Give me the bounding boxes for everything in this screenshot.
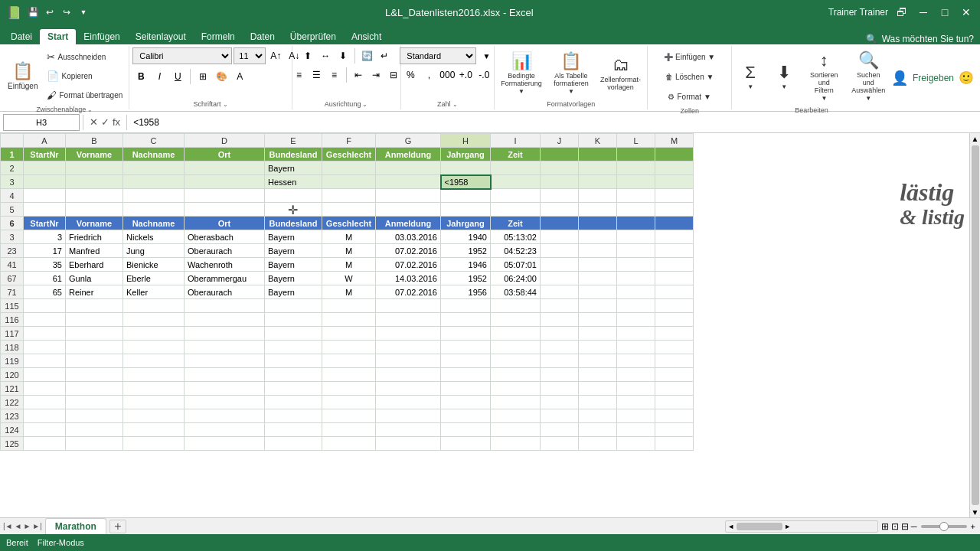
cell-c5[interactable] (123, 203, 185, 217)
col-header-i[interactable]: I (491, 134, 541, 148)
tab-datei[interactable]: Datei (3, 29, 40, 44)
scroll-down-button[interactable]: ▼ (972, 507, 979, 517)
row-header-117[interactable]: 117 (1, 327, 24, 341)
tab-start[interactable]: Start (40, 29, 76, 44)
horizontal-scrollbar[interactable]: ◄ ► (725, 520, 878, 533)
align-right-button[interactable]: ≡ (326, 67, 343, 83)
cell-i-dr41[interactable]: 05:07:01 (491, 258, 541, 272)
cell-d-dr23[interactable]: Oberaurach (185, 244, 265, 258)
cell-g-dr23[interactable]: 07.02.2016 (376, 244, 441, 258)
copy-button[interactable]: 📄 Kopieren (44, 67, 126, 85)
cell-i-dr67[interactable]: 06:24:00 (491, 272, 541, 285)
cell-a3[interactable] (24, 175, 66, 189)
cell-h-dr41[interactable]: 1946 (441, 258, 491, 272)
cell-h3[interactable]: <1958 (441, 175, 491, 189)
col-header-a[interactable]: A (24, 134, 66, 148)
col-header-d[interactable]: D (185, 134, 265, 148)
row-header-dr67[interactable]: 67 (1, 272, 24, 285)
scroll-thumb[interactable] (972, 145, 979, 505)
cell-m3[interactable] (655, 175, 694, 189)
cell-g-dr67[interactable]: 14.03.2016 (376, 272, 441, 285)
cell-f3[interactable] (322, 175, 376, 189)
cell-i-dr3[interactable]: 05:13:02 (491, 230, 541, 244)
hscroll-right-button[interactable]: ► (782, 521, 793, 532)
cell-g3[interactable] (376, 175, 441, 189)
cell-e-dr67[interactable]: Bayern (265, 272, 322, 285)
merge-button[interactable]: ⊟ (385, 67, 402, 83)
cell-m6[interactable] (655, 217, 694, 230)
cell-e-dr3[interactable]: Bayern (265, 230, 322, 244)
cell-g-dr41[interactable]: 07.02.2016 (376, 258, 441, 272)
cell-c1[interactable]: Nachname (123, 148, 185, 161)
cell-c-dr67[interactable]: Eberle (123, 272, 185, 285)
row-header-125[interactable]: 125 (1, 437, 24, 451)
freigeben-button[interactable]: Freigeben (913, 73, 954, 83)
align-bottom-button[interactable]: ⬇ (335, 47, 351, 64)
row-header-dr71[interactable]: 71 (1, 285, 24, 299)
zoom-increase-button[interactable]: + (971, 522, 975, 531)
search-button[interactable]: 🔍 Suchen undAuswählen ▼ (849, 47, 888, 105)
align-top-button[interactable]: ⬆ (299, 47, 316, 64)
cell-c-dr71[interactable]: Keller (123, 285, 185, 299)
cell-k2[interactable] (579, 161, 617, 175)
font-size-select[interactable]: 11 (234, 47, 266, 64)
underline-button[interactable]: U (169, 68, 186, 85)
cell-c-dr41[interactable]: Bienicke (123, 258, 185, 272)
cell-b5[interactable] (66, 203, 123, 217)
cell-i-dr23[interactable]: 04:52:23 (491, 244, 541, 258)
cell-a4[interactable] (24, 189, 66, 203)
row-header-1[interactable]: 1 (1, 148, 24, 161)
cell-j2[interactable] (541, 161, 579, 175)
row-header-4[interactable]: 4 (1, 189, 24, 203)
col-header-m[interactable]: M (655, 134, 694, 148)
cell-h2[interactable] (441, 161, 491, 175)
decrease-decimal-button[interactable]: -.0 (475, 67, 492, 83)
normal-view-button[interactable]: ⊞ (881, 521, 889, 532)
decrease-indent-button[interactable]: ⇤ (350, 67, 367, 83)
cell-a-dr3[interactable]: 3 (24, 230, 66, 244)
percent-button[interactable]: % (402, 67, 419, 83)
cell-a5[interactable] (24, 203, 66, 217)
comma-button[interactable]: , (420, 67, 437, 83)
borders-button[interactable]: ⊞ (194, 68, 211, 85)
cell-h1[interactable]: Jahrgang (441, 148, 491, 161)
tab-ansicht[interactable]: Ansicht (344, 29, 389, 44)
wrap-text-button[interactable]: ↵ (376, 47, 393, 64)
cell-d6[interactable]: Ort (185, 217, 265, 230)
maximize-button[interactable]: □ (937, 5, 952, 20)
thousands-button[interactable]: 000 (439, 67, 456, 83)
format-cells-button[interactable]: ⚙ Format ▼ (665, 87, 714, 106)
cell-f1[interactable]: Geschlecht (322, 148, 376, 161)
cell-h6[interactable]: Jahrgang (441, 217, 491, 230)
cell-d-dr41[interactable]: Wachenroth (185, 258, 265, 272)
cell-c-dr23[interactable]: Jung (123, 244, 185, 258)
cell-m1[interactable] (655, 148, 694, 161)
page-break-preview-button[interactable]: ⊟ (901, 521, 909, 532)
number-format-expand[interactable]: ▼ (478, 47, 495, 64)
align-left-button[interactable]: ≡ (291, 67, 308, 83)
cell-c3[interactable] (123, 175, 185, 189)
group-expand-zwischenablage[interactable]: ⌄ (87, 106, 93, 113)
hscroll-left-button[interactable]: ◄ (726, 521, 737, 532)
align-middle-button[interactable]: ↔ (317, 47, 334, 64)
search-label[interactable]: Was möchten Sie tun? (882, 34, 974, 44)
row-header-2[interactable]: 2 (1, 161, 24, 175)
col-header-j[interactable]: J (541, 134, 579, 148)
insert-function-icon[interactable]: fx (113, 116, 120, 128)
cell-m2[interactable] (655, 161, 694, 175)
cell-d-dr67[interactable]: Oberammergau (185, 272, 265, 285)
cell-d-dr3[interactable]: Oberasbach (185, 230, 265, 244)
cell-i6[interactable]: Zeit (491, 217, 541, 230)
sort-filter-button[interactable]: ↕ Sortieren undFiltern ▼ (802, 47, 845, 105)
cell-b3[interactable] (66, 175, 123, 189)
delete-cells-button[interactable]: 🗑 Löschen ▼ (662, 67, 717, 86)
row-header-116[interactable]: 116 (1, 313, 24, 327)
cell-e-dr41[interactable]: Bayern (265, 258, 322, 272)
format-painter-button[interactable]: 🖌 Format übertragen (44, 86, 126, 104)
orientation-button[interactable]: 🔄 (358, 47, 375, 64)
cell-f-dr23[interactable]: M (322, 244, 376, 258)
row-header-123[interactable]: 123 (1, 409, 24, 423)
sheet-nav-first[interactable]: |◄ (3, 522, 13, 530)
cut-button[interactable]: ✂ Ausschneiden (44, 47, 126, 66)
col-header-f[interactable]: F (322, 134, 376, 148)
